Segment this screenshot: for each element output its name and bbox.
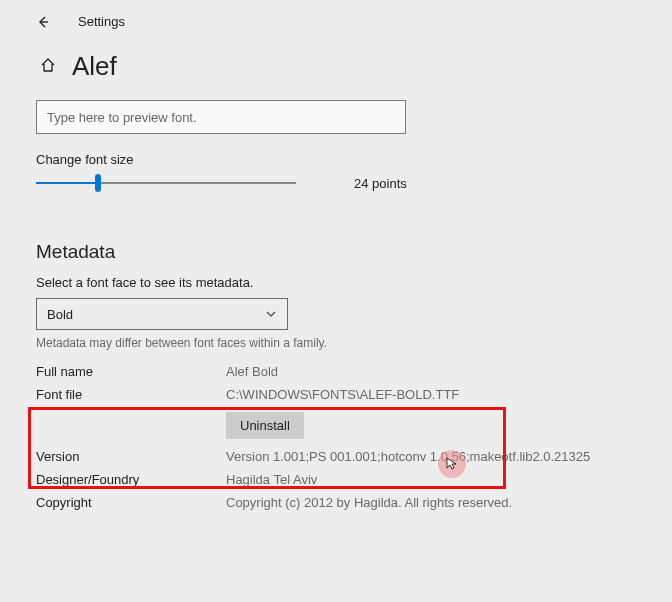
back-button[interactable] [36,15,50,29]
font-size-slider[interactable] [36,173,296,193]
font-size-label: Change font size [36,152,636,167]
page-title: Alef [72,51,117,82]
row-font-file: Font file C:\WINDOWS\FONTS\ALEF-BOLD.TTF [36,383,636,406]
font-size-value: 24 points [354,176,407,191]
metadata-note: Metadata may differ between font faces w… [36,336,636,350]
metadata-sublabel: Select a font face to see its metadata. [36,275,636,290]
breadcrumb-settings: Settings [78,14,125,29]
font-face-selected: Bold [47,307,73,322]
row-copyright: Copyright Copyright (c) 2012 by Hagilda.… [36,491,636,514]
font-face-select[interactable]: Bold [36,298,288,330]
metadata-heading: Metadata [36,241,636,263]
preview-font-input[interactable] [36,100,406,134]
metadata-table: Full name Alef Bold Font file C:\WINDOWS… [36,360,636,514]
chevron-down-icon [265,308,277,320]
row-full-name: Full name Alef Bold [36,360,636,383]
row-version: Version Version 1.001;PS 001.001;hotconv… [36,445,636,468]
uninstall-button[interactable]: Uninstall [226,412,304,439]
row-designer: Designer/Foundry Hagilda Tel Aviv [36,468,636,491]
home-icon[interactable] [40,57,56,77]
